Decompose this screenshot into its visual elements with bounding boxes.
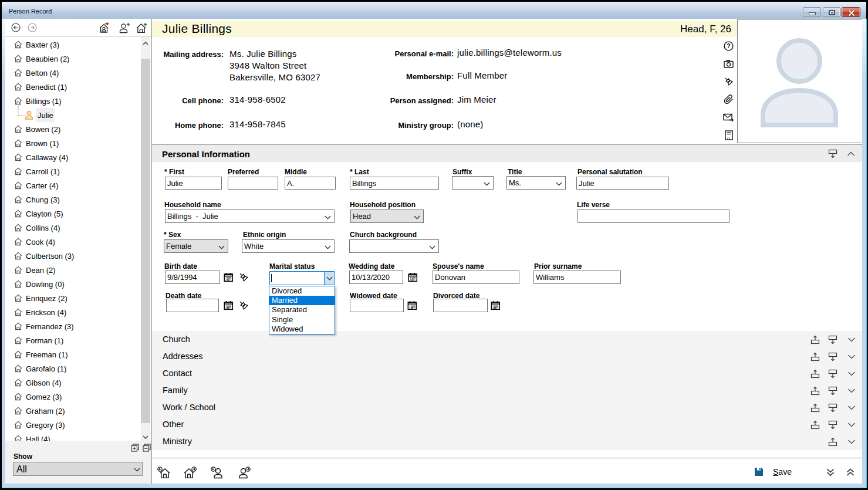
svg-text:?: ? <box>727 42 730 49</box>
